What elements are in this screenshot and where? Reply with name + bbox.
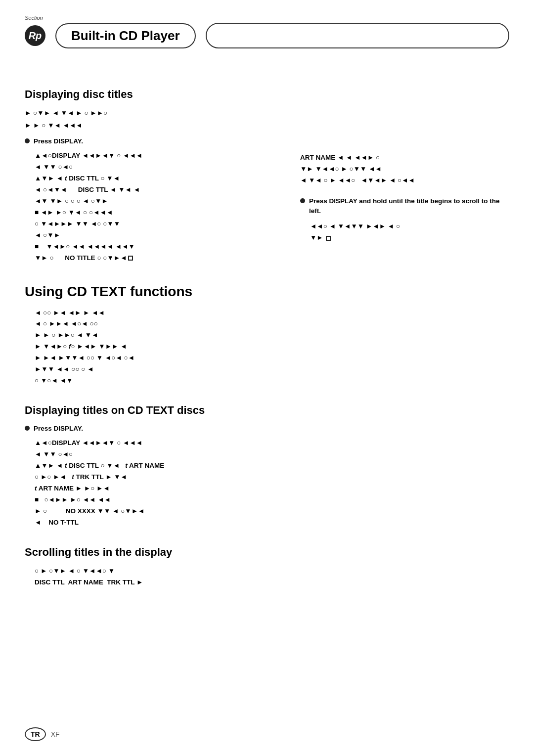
disc-titles-lines1: ► ○▼► ◄ ▼◄ ► ○ ►►○ ► ► ○ ▼◄ ◄◄◄ bbox=[25, 108, 280, 132]
footer: TR XF bbox=[25, 727, 60, 741]
ct6: ►▼▼ ◄◄ ○○ ○ ◄ bbox=[35, 364, 280, 375]
displaying-disc-titles-section: Displaying disc titles ► ○▼► ◄ ▼◄ ► ○ ►►… bbox=[25, 88, 280, 264]
rl1: ◄◄○ ◄ ▼◄▼▼ ►◄► ◄ ○ bbox=[310, 221, 509, 232]
dtl8: ◄ NO T-TTL bbox=[35, 517, 280, 529]
an1: ART NAME ◄ ◄ ◄◄► ○ bbox=[300, 152, 509, 164]
dtl3: ▲▼► ◄ t DISC TTL ○ ▼◄ t ART NAME bbox=[35, 460, 280, 472]
dl4: ▲▼► ◄ t DISC TTL ○ ▼◄ bbox=[35, 173, 280, 184]
dl3: ◄ ▼▼ ○◄○ bbox=[35, 162, 280, 173]
disc-titles-line-2: ► ► ○ ▼◄ ◄◄◄ bbox=[25, 120, 280, 132]
stl1: ○ ► ○▼► ◄ ○ ▼◄◄○ ▼ bbox=[35, 566, 280, 577]
footer-badge: TR bbox=[25, 727, 46, 741]
footer-text: XF bbox=[51, 730, 60, 738]
right-column: ART NAME ◄ ◄ ◄◄► ○ ▼► ▼◄◄○ ► ○▼▼ ◄◄ ◄ ▼◄… bbox=[300, 73, 509, 603]
right-press-display-bullet: Press DISPLAY and hold until the title b… bbox=[300, 196, 509, 217]
cd-text-lines: ◄ ○○ ►◄ ◄► ► ◄◄ ◄ ○ ►►◄ ◄○◄ ○○ ► ► ○ ►►○… bbox=[25, 308, 280, 387]
small-square-icon-2 bbox=[326, 236, 331, 241]
cd-text-bullet1-text: Press DISPLAY. bbox=[34, 424, 83, 434]
dtl4: ○ ►○ ►◄ t TRK TTL ► ▼◄ bbox=[35, 472, 280, 483]
dl7: ■ ◄► ►○ ▼◄ ○ ○◄◄◄ bbox=[35, 207, 280, 219]
cd-text-section: Using CD TEXT functions ◄ ○○ ►◄ ◄► ► ◄◄ … bbox=[25, 284, 280, 387]
dl2: ▲◄○DISPLAY ◄◄►◄▼ ○ ◄◄◄ bbox=[35, 150, 280, 162]
dtl1: ▲◄○DISPLAY ◄◄►◄▼ ○ ◄◄◄ bbox=[35, 438, 280, 449]
dtl5: t ART NAME ► ►○ ►◄ bbox=[35, 483, 280, 494]
scrolling-titles-lines: ○ ► ○▼► ◄ ○ ▼◄◄○ ▼ DISC TTL ART NAME TRK… bbox=[25, 566, 280, 588]
ct4: ► ▼◄►○ f○ ►◄► ▼►► ◄ bbox=[35, 341, 280, 353]
ct5: ► ►◄ ►▼▼◄ ○○ ▼ ◄○◄ ○◄ bbox=[35, 353, 280, 364]
scrolling-titles-heading: Scrolling titles in the display bbox=[25, 546, 280, 559]
displaying-titles-cd-section: Displaying titles on CD TEXT discs Press… bbox=[25, 404, 280, 529]
header-row: Rp Built-in CD Player bbox=[25, 23, 509, 48]
displaying-titles-cd-heading: Displaying titles on CD TEXT discs bbox=[25, 404, 280, 417]
dl9: ◄ ○▼► bbox=[35, 230, 280, 241]
dtl7: ► ○ NO XXXX ▼▼ ◄ ○▼►◄ bbox=[35, 506, 280, 517]
rl2: ▼► bbox=[310, 232, 509, 244]
ct2: ◄ ○ ►►◄ ◄○◄ ○○ bbox=[35, 318, 280, 330]
left-column: Displaying disc titles ► ○▼► ◄ ▼◄ ► ○ ►►… bbox=[25, 73, 280, 603]
ct1: ◄ ○○ ►◄ ◄► ► ◄◄ bbox=[35, 308, 280, 319]
cd-text-bullet1: Press DISPLAY. bbox=[25, 424, 280, 434]
ct7: ○ ▼○◄ ◄▼ bbox=[35, 375, 280, 387]
header-right-box bbox=[206, 23, 509, 48]
dl10: ■ ▼◄►○ ◄◄ ◄◄◄◄ ◄◄▼ bbox=[35, 241, 280, 253]
art-name-block: ART NAME ◄ ◄ ◄◄► ○ ▼► ▼◄◄○ ► ○▼▼ ◄◄ ◄ ▼◄… bbox=[300, 152, 509, 186]
bullet-dot-2 bbox=[25, 426, 30, 431]
dl8: ○ ▼◄►►► ▼▼ ◄○ ○▼▼ bbox=[35, 219, 280, 230]
disc-titles-line-1: ► ○▼► ◄ ▼◄ ► ○ ►►○ bbox=[25, 108, 280, 119]
dl6: ◄▼ ▼► ○ ○ ○ ◄ ○▼► bbox=[35, 196, 280, 207]
ct3: ► ► ○ ►►○ ◄ ▼◄ bbox=[35, 330, 280, 341]
bullet-dot-3 bbox=[300, 198, 305, 203]
page: Section Rp Built-in CD Player Displaying… bbox=[0, 0, 534, 756]
section-label: Section bbox=[25, 15, 509, 21]
main-content: Displaying disc titles ► ○▼► ◄ ▼◄ ► ○ ►►… bbox=[25, 73, 509, 603]
right-lines-after-bullet: ◄◄○ ◄ ▼◄▼▼ ►◄► ◄ ○ ▼► bbox=[300, 221, 509, 244]
header-title: Built-in CD Player bbox=[55, 23, 196, 48]
header-badge: Rp bbox=[25, 25, 45, 46]
small-square-icon bbox=[128, 256, 133, 261]
dtl2: ◄ ▼▼ ○◄○ bbox=[35, 449, 280, 460]
dl11: ▼► ○ NO TITLE ○ ○▼►◄ bbox=[35, 253, 280, 264]
right-press-display-text: Press DISPLAY and hold until the title b… bbox=[309, 196, 509, 217]
scrolling-titles-section: Scrolling titles in the display ○ ► ○▼► … bbox=[25, 546, 280, 588]
bullet-dot bbox=[25, 138, 30, 143]
disc-titles-bullet1-text: Press DISPLAY. bbox=[34, 136, 83, 146]
cd-text-heading: Using CD TEXT functions bbox=[25, 284, 280, 300]
dtl6: ■ ○◄►► ►○ ◄◄ ◄◄ bbox=[35, 494, 280, 506]
stl2: DISC TTL ART NAME TRK TTL ► bbox=[35, 577, 280, 588]
displaying-disc-titles-heading: Displaying disc titles bbox=[25, 88, 280, 101]
disc-titles-indent-lines: ▲◄○DISPLAY ◄◄►◄▼ ○ ◄◄◄ ◄ ▼▼ ○◄○ ▲▼► ◄ t … bbox=[25, 150, 280, 264]
disc-titles-bullet1: Press DISPLAY. bbox=[25, 136, 280, 146]
an3: ◄ ▼◄ ○ ► ◄◄○ ◄▼◄► ◄ ○◄◄ bbox=[300, 175, 509, 186]
an2: ▼► ▼◄◄○ ► ○▼▼ ◄◄ bbox=[300, 164, 509, 175]
displaying-titles-cd-lines: ▲◄○DISPLAY ◄◄►◄▼ ○ ◄◄◄ ◄ ▼▼ ○◄○ ▲▼► ◄ t … bbox=[25, 438, 280, 529]
dl5: ◄ ○◄▼◄ DISC TTL ◄ ▼◄ ◄ bbox=[35, 184, 280, 196]
